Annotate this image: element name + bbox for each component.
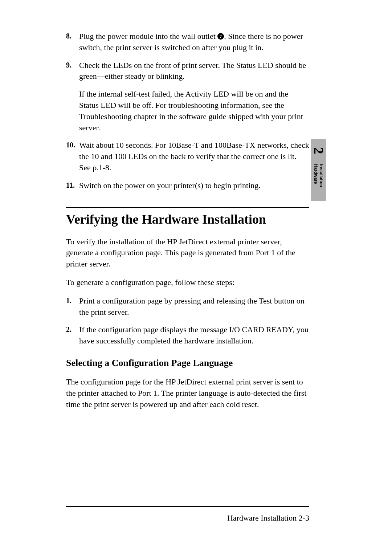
chapter-label: Hardware [313,164,318,187]
page-content: 8. Plug the power module into the wall o… [66,31,309,417]
step-body: If the configuration page displays the m… [79,324,309,347]
body-paragraph: To verify the installation of the HP Jet… [66,236,309,270]
chapter-number: 2 [311,147,325,154]
step-number: 11. [66,180,79,191]
step-paragraph: Print a configuration page by pressing a… [79,296,309,318]
step-number: 8. [66,31,79,53]
circled-number-icon: 7 [217,33,224,40]
step-body: Switch on the power on your printer(s) t… [79,180,309,191]
page-number: Hardware Installation 2-3 [66,513,309,523]
step-number: 10. [66,140,79,173]
step-number: 1. [66,296,79,318]
section-divider [66,207,309,208]
step-9: 9. Check the LEDs on the front of print … [66,60,309,134]
step-body: Wait about 10 seconds. For 10Base-T and … [79,140,309,173]
step-paragraph: If the internal self-test failed, the Ac… [79,89,309,133]
step-paragraph: Wait about 10 seconds. For 10Base-T and … [79,140,309,173]
chapter-label-group: Hardware Installation [313,164,324,187]
step-11: 11. Switch on the power on your printer(… [66,180,309,191]
step-8: 8. Plug the power module into the wall o… [66,31,309,53]
chapter-label: Installation [319,164,324,187]
step-paragraph: If the configuration page displays the m… [79,324,309,347]
verify-step-1: 1. Print a configuration page by pressin… [66,296,309,318]
step-body: Print a configuration page by pressing a… [79,296,309,318]
footer-divider [66,506,309,507]
step-number: 9. [66,60,79,134]
step-text: Plug the power module into the wall outl… [79,32,217,41]
chapter-tab: 2 Hardware Installation [311,139,326,201]
step-body: Check the LEDs on the front of print ser… [79,60,309,134]
page-footer: Hardware Installation 2-3 [66,506,309,523]
body-paragraph: To generate a configuration page, follow… [66,277,309,288]
step-paragraph: Switch on the power on your printer(s) t… [79,180,309,191]
verify-step-2: 2. If the configuration page displays th… [66,324,309,347]
step-10: 10. Wait about 10 seconds. For 10Base-T … [66,140,309,173]
body-paragraph: The configuration page for the HP JetDir… [66,376,309,410]
heading-verifying: Verifying the Hardware Installation [66,212,309,227]
step-number: 2. [66,324,79,347]
heading-selecting-language: Selecting a Configuration Page Language [66,358,309,368]
step-body: Plug the power module into the wall outl… [79,31,309,53]
step-paragraph: Check the LEDs on the front of print ser… [79,60,309,82]
